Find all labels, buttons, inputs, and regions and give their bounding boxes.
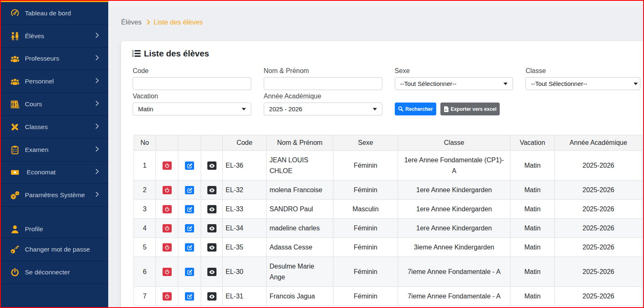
svg-text:x: x	[445, 108, 447, 111]
svg-text:3: 3	[132, 54, 134, 57]
